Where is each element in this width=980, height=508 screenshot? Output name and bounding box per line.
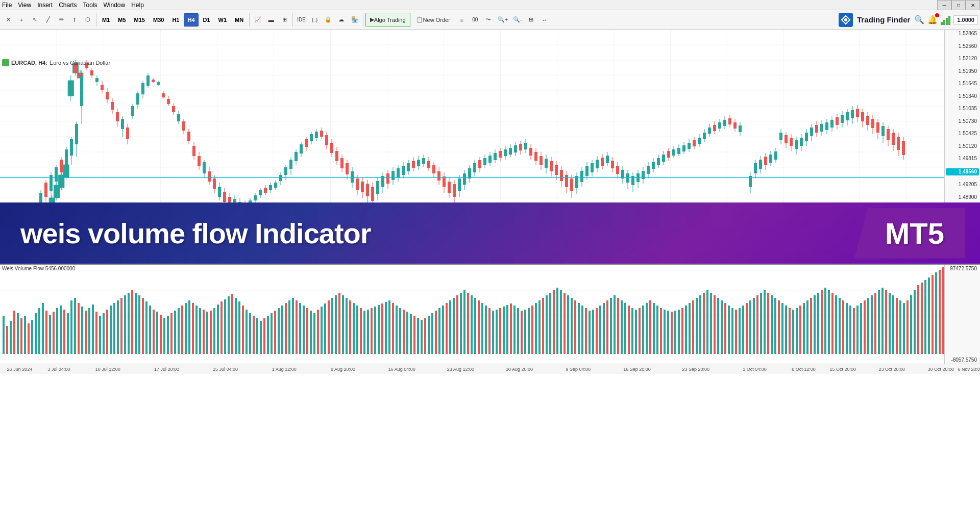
time-label-10: 9 Sep 04:00: [566, 367, 591, 372]
svg-rect-157: [259, 190, 262, 195]
chart-grid[interactable]: ⊞: [278, 13, 290, 27]
indicators-btn[interactable]: IDE: [295, 13, 308, 27]
svg-rect-430: [42, 303, 44, 354]
depth-btn[interactable]: ≡: [456, 13, 468, 27]
svg-rect-271: [550, 161, 553, 171]
menu-file[interactable]: File: [2, 2, 12, 9]
svg-rect-526: [385, 302, 387, 354]
maximize-button[interactable]: □: [951, 0, 966, 10]
svg-rect-359: [774, 151, 777, 160]
tool-cross[interactable]: ✕: [2, 13, 14, 27]
svg-rect-596: [635, 310, 637, 354]
tool-arrow[interactable]: ↖: [29, 13, 41, 27]
svg-rect-518: [356, 306, 358, 354]
svg-rect-101: [116, 112, 119, 121]
svg-rect-586: [599, 306, 601, 354]
svg-rect-474: [199, 308, 201, 354]
svg-rect-672: [906, 300, 909, 354]
svg-rect-555: [488, 308, 491, 354]
svg-rect-483: [231, 294, 233, 354]
period-m1[interactable]: M1: [99, 13, 113, 27]
svg-rect-440: [78, 303, 80, 354]
svg-rect-577: [567, 295, 569, 354]
svg-rect-503: [303, 306, 305, 354]
grid-btn[interactable]: ⊞: [525, 13, 537, 27]
time-label-11: 16 Sep 20:00: [623, 367, 651, 372]
trading-finder-logo: Trading Finder 🔍 🔔 1.0000: [839, 13, 978, 27]
period-h1[interactable]: H1: [168, 13, 183, 27]
svg-rect-528: [392, 303, 394, 354]
new-order-btn[interactable]: 📋 New Order: [411, 13, 455, 27]
svg-rect-509: [324, 303, 326, 354]
svg-rect-351: [754, 163, 757, 173]
period-m30[interactable]: M30: [150, 13, 167, 27]
svg-rect-229: [443, 176, 446, 187]
chart-type-line[interactable]: 📈: [252, 13, 264, 27]
period-m15[interactable]: M15: [131, 13, 149, 27]
svg-rect-449: [110, 306, 112, 354]
svg-rect-485: [238, 301, 240, 354]
svg-rect-666: [885, 290, 887, 354]
svg-rect-589: [610, 298, 612, 354]
svg-rect-129: [187, 132, 190, 141]
svg-rect-636: [778, 300, 780, 354]
menu-window[interactable]: Window: [104, 2, 126, 9]
svg-rect-379: [825, 122, 828, 130]
svg-rect-545: [453, 298, 455, 354]
minimize-button[interactable]: ─: [937, 0, 951, 10]
menu-charts[interactable]: Charts: [59, 2, 77, 9]
notification-button[interactable]: 🔔: [927, 15, 938, 24]
svg-rect-323: [682, 145, 685, 151]
svg-rect-652: [835, 295, 837, 354]
svg-rect-155: [254, 195, 257, 200]
svg-rect-593: [624, 303, 626, 354]
menu-insert[interactable]: Insert: [37, 2, 53, 9]
svg-rect-597: [639, 308, 641, 354]
period-mn[interactable]: MN: [231, 13, 247, 27]
svg-rect-533: [410, 314, 412, 354]
chart-type-candle[interactable]: ▬: [265, 13, 277, 27]
svg-rect-668: [892, 295, 894, 354]
period-m5[interactable]: M5: [114, 13, 129, 27]
tool-pencil[interactable]: ✏: [55, 13, 67, 27]
chart-00[interactable]: 00: [469, 13, 481, 27]
svg-rect-367: [795, 140, 798, 149]
search-icon[interactable]: 🔍: [914, 15, 924, 24]
volume-chart[interactable]: [0, 265, 944, 354]
close-button[interactable]: ✕: [966, 0, 980, 10]
tool-crosshair[interactable]: +: [15, 13, 28, 27]
scripts-btn[interactable]: {..}: [309, 13, 321, 27]
chart-wave[interactable]: 〜: [482, 13, 495, 27]
menu-view[interactable]: View: [18, 2, 31, 9]
svg-rect-457: [138, 295, 140, 354]
cloud-btn[interactable]: ☁: [335, 13, 348, 27]
market-btn[interactable]: 🏪: [349, 13, 361, 27]
svg-rect-579: [574, 300, 576, 354]
scroll-btn[interactable]: ↔: [538, 13, 551, 27]
svg-rect-615: [703, 293, 705, 354]
period-d1[interactable]: D1: [200, 13, 214, 27]
tool-shapes[interactable]: ⬡: [82, 13, 94, 27]
svg-rect-369: [800, 138, 803, 146]
svg-rect-490: [256, 318, 258, 354]
svg-rect-135: [203, 162, 206, 173]
svg-rect-529: [396, 306, 398, 354]
tool-text[interactable]: T: [68, 13, 81, 27]
price-1.51645: 1.51645: [946, 81, 979, 87]
svg-rect-381: [830, 120, 834, 128]
period-h4[interactable]: H4: [184, 13, 198, 27]
algo-trading-btn[interactable]: ▶ Algo Trading: [365, 13, 410, 27]
lock-btn[interactable]: 🔒: [322, 13, 334, 27]
svg-rect-661: [867, 298, 869, 354]
menu-help[interactable]: Help: [131, 2, 144, 9]
svg-rect-659: [860, 303, 862, 354]
zoom-out-btn[interactable]: 🔍-: [511, 13, 524, 27]
period-w1[interactable]: W1: [215, 13, 231, 27]
menu-tools[interactable]: Tools: [83, 2, 97, 9]
svg-rect-680: [935, 272, 937, 354]
zoom-in-btn[interactable]: 🔍+: [496, 13, 510, 27]
svg-rect-471: [188, 300, 190, 354]
tool-line[interactable]: ╱: [42, 13, 54, 27]
svg-rect-275: [560, 170, 563, 181]
svg-rect-635: [774, 298, 776, 354]
